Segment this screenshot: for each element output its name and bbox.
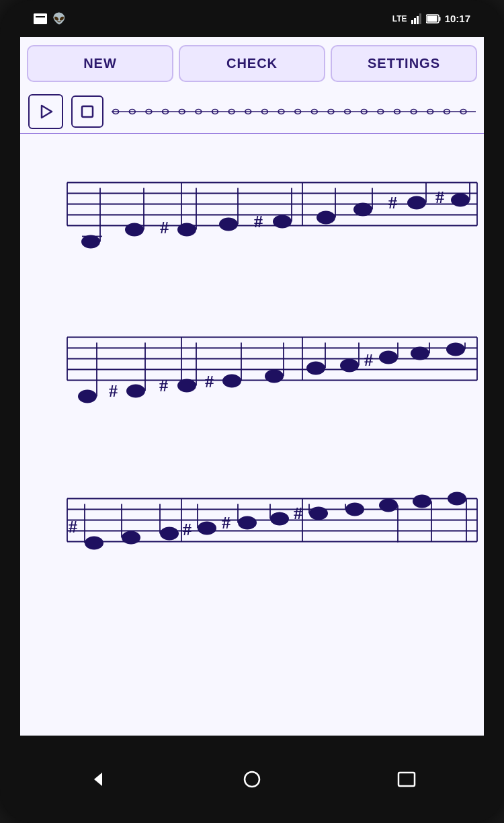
sd-card-icon [34, 13, 47, 24]
stop-button[interactable] [71, 95, 103, 128]
svg-point-119 [270, 512, 289, 526]
music-staff-svg: .mn { fill: #1e1060; stroke: none; } .ml… [20, 134, 484, 736]
svg-text:#: # [254, 212, 263, 231]
notation-area: .mn { fill: #1e1060; stroke: none; } .ml… [20, 134, 484, 736]
svg-rect-0 [411, 20, 413, 24]
svg-point-59 [407, 196, 426, 210]
svg-point-54 [317, 211, 335, 225]
battery-icon [426, 14, 441, 24]
progress-slider[interactable] [112, 106, 476, 118]
svg-point-82 [222, 375, 241, 388]
recents-icon [397, 771, 416, 787]
svg-point-111 [160, 527, 179, 541]
svg-point-56 [353, 203, 372, 217]
svg-text:#: # [109, 381, 118, 401]
phone-frame: 👽 LTE 10:17 NEW CHECK SETTI [0, 0, 504, 823]
back-button[interactable] [84, 766, 111, 793]
check-button[interactable]: CHECK [179, 45, 325, 82]
svg-rect-8 [82, 106, 93, 117]
svg-point-84 [265, 370, 284, 383]
back-icon [87, 769, 108, 789]
home-icon [242, 769, 262, 789]
svg-point-95 [446, 343, 465, 356]
stop-icon [80, 104, 95, 119]
svg-text:#: # [388, 193, 397, 212]
svg-point-49 [219, 218, 238, 231]
progress-track[interactable] [112, 106, 476, 118]
svg-point-128 [413, 495, 431, 508]
svg-point-41 [81, 235, 100, 249]
svg-rect-2 [417, 16, 419, 24]
svg-text:#: # [222, 513, 230, 533]
svg-point-88 [340, 359, 359, 373]
svg-rect-3 [419, 13, 421, 24]
status-right: LTE 10:17 [392, 13, 470, 24]
top-buttons-bar: NEW CHECK SETTINGS [20, 37, 484, 90]
svg-text:#: # [435, 188, 444, 207]
svg-point-117 [238, 516, 257, 530]
svg-point-73 [78, 390, 97, 403]
svg-text:#: # [69, 517, 77, 537]
svg-point-93 [411, 347, 429, 360]
svg-point-44 [125, 223, 144, 237]
new-button[interactable]: NEW [27, 45, 173, 82]
svg-marker-132 [94, 773, 102, 786]
svg-text:#: # [364, 350, 373, 370]
svg-text:#: # [159, 376, 168, 395]
playback-bar [20, 90, 484, 134]
svg-rect-6 [427, 15, 437, 22]
svg-point-114 [198, 522, 216, 535]
svg-point-52 [273, 215, 292, 229]
svg-point-126 [379, 499, 398, 512]
app-screen: NEW CHECK SETTINGS [20, 37, 484, 736]
home-button[interactable] [239, 766, 265, 793]
lte-label: LTE [392, 14, 407, 24]
svg-rect-134 [398, 773, 415, 786]
play-button[interactable] [28, 94, 63, 129]
svg-point-47 [177, 223, 196, 237]
svg-point-91 [379, 351, 398, 364]
svg-text:#: # [205, 372, 214, 391]
svg-text:#: # [160, 218, 169, 237]
svg-point-107 [85, 537, 103, 550]
status-left-icons: 👽 [34, 12, 66, 25]
signal-icon [411, 13, 422, 24]
svg-point-86 [306, 362, 325, 375]
svg-text:#: # [294, 504, 302, 523]
status-bar: 👽 LTE 10:17 [20, 0, 484, 37]
play-icon [38, 104, 54, 120]
svg-point-62 [451, 194, 470, 207]
svg-point-76 [126, 385, 145, 398]
time-display: 10:17 [445, 13, 470, 24]
svg-point-130 [448, 492, 466, 506]
svg-point-79 [177, 379, 196, 393]
settings-button[interactable]: SETTINGS [331, 45, 477, 82]
navigation-bar [20, 736, 484, 823]
svg-marker-7 [42, 106, 52, 118]
svg-rect-1 [414, 18, 416, 24]
svg-point-124 [345, 503, 364, 516]
svg-point-109 [122, 531, 140, 545]
svg-point-133 [245, 772, 259, 787]
svg-point-122 [309, 507, 328, 520]
svg-text:#: # [183, 520, 192, 539]
app-content: NEW CHECK SETTINGS [20, 37, 484, 736]
svg-rect-5 [439, 17, 440, 21]
recents-button[interactable] [393, 766, 420, 793]
android-icon: 👽 [52, 12, 66, 25]
